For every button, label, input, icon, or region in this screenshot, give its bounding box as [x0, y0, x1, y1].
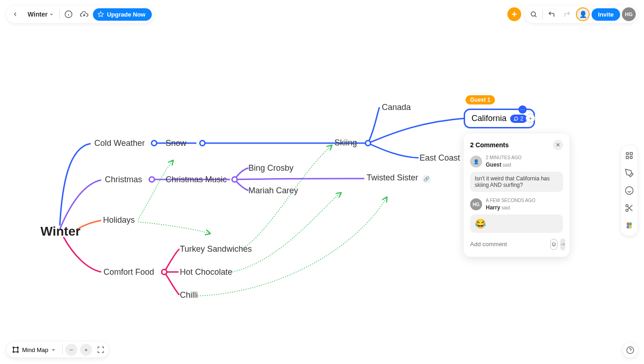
upgrade-button[interactable]: Upgrade Now [93, 8, 152, 21]
emoji-picker-button[interactable]: ☺ [550, 239, 558, 250]
node-snow[interactable]: Snow [166, 139, 186, 148]
view-mode-label: Mind Map [22, 347, 48, 353]
upgrade-label: Upgrade Now [107, 11, 145, 18]
svg-point-21 [629, 225, 632, 229]
node-christmas-music[interactable]: Christmas Music [166, 175, 227, 185]
node-twisted-sister[interactable]: Twisted Sister 🔗 [367, 173, 431, 183]
connector-comfort-food[interactable] [161, 269, 167, 275]
bottom-toolbar: Mind Map − + [6, 342, 109, 358]
connector-skiing[interactable] [365, 140, 371, 146]
svg-point-23 [17, 347, 18, 348]
comment-count-number: 2 [520, 116, 523, 122]
send-comment-button[interactable]: ➔ [560, 238, 565, 250]
right-toolbar [621, 145, 638, 236]
node-cold-weather[interactable]: Cold Weather [94, 139, 145, 148]
view-mode-dropdown[interactable]: Mind Map [8, 346, 59, 353]
connector-christmas-music[interactable] [231, 176, 238, 183]
comment-time: 2 MINUTES AGO [486, 155, 522, 161]
mindmap-canvas[interactable]: Winter Cold Weather Snow Skiing Canada E… [0, 0, 644, 364]
comment-item: HG A FEW SECONDS AGO Harry said 😂 [470, 197, 563, 233]
svg-point-15 [626, 209, 628, 212]
node-christmas[interactable]: Christmas [105, 175, 142, 185]
comment-avatar: HG [470, 198, 482, 210]
divider [542, 9, 543, 19]
back-button[interactable] [8, 7, 22, 21]
color-tool[interactable] [623, 219, 636, 232]
connector-snow[interactable] [199, 140, 206, 146]
cloud-download-button[interactable] [77, 7, 91, 21]
comment-count-badge[interactable]: 2 [510, 115, 527, 123]
california-label: California [472, 114, 506, 123]
svg-point-5 [531, 12, 535, 16]
svg-marker-4 [98, 12, 104, 17]
brush-tool[interactable] [623, 167, 636, 179]
divider [59, 9, 60, 19]
link-icon[interactable]: 🔗 [422, 175, 431, 183]
svg-rect-8 [630, 152, 632, 155]
redo-button[interactable] [560, 7, 574, 21]
node-turkey-sandwiches[interactable]: Turkey Sandwiches [180, 244, 252, 254]
node-mariah-carey[interactable]: Mariah Carey [248, 186, 298, 196]
node-east-coast[interactable]: East Coast [420, 153, 460, 163]
svg-point-19 [629, 222, 632, 225]
info-button[interactable] [62, 7, 75, 21]
comment-input-field[interactable] [470, 241, 547, 248]
comment-body: 😂 [470, 214, 563, 233]
node-holidays[interactable]: Holidays [103, 215, 135, 225]
invite-button[interactable]: Invite [592, 8, 620, 21]
comment-said: said [501, 205, 510, 210]
node-skiing[interactable]: Skiing [334, 138, 357, 148]
node-root[interactable]: Winter [40, 224, 80, 239]
comments-title: 2 Comments [470, 141, 509, 149]
comment-author: Harry [486, 204, 500, 211]
svg-rect-9 [626, 156, 628, 159]
node-comfort-food[interactable]: Comfort Food [104, 267, 154, 277]
fit-view-button[interactable] [95, 344, 107, 356]
svg-point-22 [13, 347, 14, 348]
guest-presence-tag: Guest 1 [466, 95, 495, 104]
comment-said: said [503, 162, 511, 168]
node-chilli[interactable]: Chilli [180, 290, 198, 300]
node-add-child-button[interactable]: + [526, 114, 535, 123]
file-name-label: Winter [28, 11, 47, 18]
svg-point-25 [17, 351, 18, 352]
svg-point-7 [626, 152, 628, 155]
connector-christmas[interactable] [149, 176, 155, 183]
comment-item: 👤 2 MINUTES AGO Guest said Isn't it weir… [470, 155, 563, 192]
comment-author: Guest [486, 162, 501, 168]
svg-point-10 [630, 156, 632, 159]
user-badge[interactable]: HG [622, 7, 636, 21]
svg-point-11 [626, 187, 633, 195]
node-hot-chocolate[interactable]: Hot Chocolate [180, 267, 232, 277]
right-pill: 👤 Invite HG [525, 6, 638, 23]
close-comments-button[interactable]: ✕ [553, 140, 563, 150]
svg-line-6 [535, 16, 536, 17]
topbar: Winter Upgrade Now + 👤 Invite HG [6, 6, 638, 23]
emoji-tool[interactable] [623, 184, 636, 197]
comments-popover: 2 Comments ✕ 👤 2 MINUTES AGO Guest said … [464, 133, 569, 257]
search-button[interactable] [527, 7, 540, 21]
node-canada[interactable]: Canada [382, 103, 411, 112]
zoom-in-button[interactable]: + [80, 344, 92, 356]
node-menu-button[interactable]: ⋯ [518, 105, 527, 114]
add-button[interactable]: + [507, 7, 521, 21]
comment-avatar: 👤 [470, 156, 482, 168]
presence-avatar[interactable]: 👤 [576, 7, 590, 21]
twisted-sister-label: Twisted Sister [367, 173, 418, 182]
shapes-tool[interactable] [623, 149, 636, 162]
help-button[interactable] [623, 343, 638, 358]
file-pill: Winter Upgrade Now [6, 6, 154, 23]
node-bing-crosby[interactable]: Bing Crosby [248, 163, 293, 173]
zoom-out-button[interactable]: − [65, 344, 77, 356]
file-name-dropdown[interactable]: Winter [24, 11, 58, 18]
divider [62, 345, 63, 355]
comment-body: Isn't it weird that California has skiin… [470, 172, 563, 192]
svg-point-24 [13, 351, 14, 352]
comment-time: A FEW SECONDS AGO [486, 197, 535, 204]
undo-button[interactable] [545, 7, 558, 21]
svg-point-14 [626, 205, 628, 207]
cut-tool[interactable] [623, 202, 636, 214]
connector-cold-weather[interactable] [151, 140, 157, 146]
